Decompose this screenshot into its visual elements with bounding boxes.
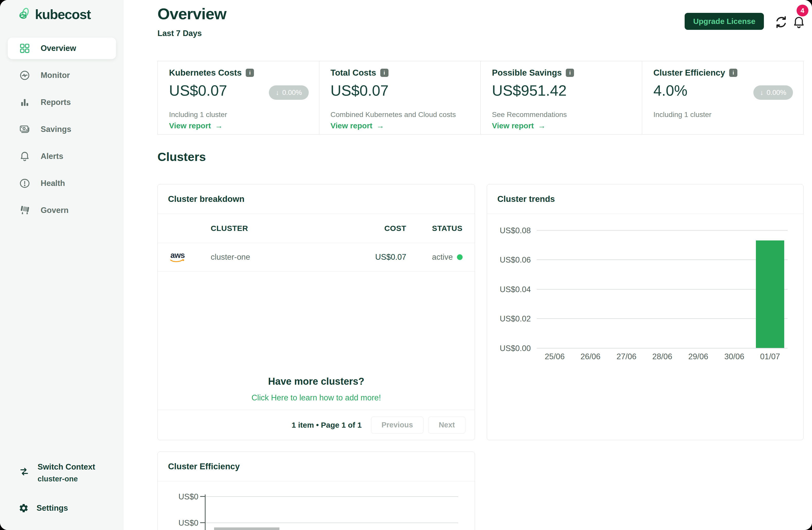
sidebar-item-monitor[interactable]: Monitor bbox=[8, 64, 116, 86]
refresh-icon[interactable] bbox=[774, 15, 788, 29]
arrow-down-icon: ↓ bbox=[276, 89, 279, 97]
add-clusters-link[interactable]: Click Here to learn how to add more! bbox=[251, 393, 381, 402]
sidebar-item-label: Overview bbox=[41, 44, 76, 53]
cluster-trends-panel: Cluster trends US$0.08 US$0.06 US$0.04 U… bbox=[487, 184, 803, 440]
arrow-right-icon: → bbox=[376, 121, 384, 130]
sidebar-item-overview[interactable]: Overview bbox=[8, 38, 116, 59]
main-content: Overview Last 7 Days Upgrade License 4 K… bbox=[124, 0, 812, 530]
sidebar-item-settings[interactable]: Settings bbox=[18, 503, 68, 513]
y-tick-label: US$0.08 bbox=[487, 226, 531, 235]
y-tick-label: US$0.04 bbox=[487, 285, 531, 294]
sidebar-item-alerts[interactable]: Alerts bbox=[8, 146, 116, 167]
view-report-link[interactable]: View report → bbox=[169, 121, 223, 130]
aws-provider-icon: aws bbox=[169, 251, 187, 263]
sidebar-item-health[interactable]: Health bbox=[8, 173, 116, 194]
card-value: US$0.07 bbox=[169, 82, 227, 99]
panel-title: Cluster breakdown bbox=[158, 185, 475, 214]
y-tick-label: US$0 bbox=[160, 518, 198, 528]
table-row[interactable]: aws cluster-one US$0.07 active bbox=[158, 243, 475, 271]
switch-context[interactable]: Switch Context cluster-one bbox=[18, 462, 95, 483]
kubecost-logo[interactable]: kubecost bbox=[18, 7, 90, 22]
previous-page-button[interactable]: Previous bbox=[371, 416, 424, 433]
arrow-down-icon: ↓ bbox=[760, 89, 764, 97]
card-subtext: Including 1 cluster bbox=[653, 111, 712, 119]
card-title: Kubernetes Costs bbox=[169, 68, 242, 78]
card-value: 4.0% bbox=[653, 82, 687, 99]
sidebar-item-reports[interactable]: Reports bbox=[8, 91, 116, 113]
bar-chart-icon bbox=[19, 97, 30, 108]
column-cost: COST bbox=[355, 224, 406, 233]
axis-tick bbox=[200, 496, 205, 497]
notification-count-badge: 4 bbox=[797, 5, 808, 16]
y-axis-line bbox=[205, 495, 206, 530]
stat-cards-row: Kubernetes Costs i US$0.07 ↓ 0.00% Inclu… bbox=[158, 61, 803, 134]
trend-badge: ↓ 0.00% bbox=[269, 85, 308, 100]
kubecost-logo-icon bbox=[18, 7, 30, 21]
sidebar-item-govern[interactable]: Govern bbox=[8, 200, 116, 221]
info-icon[interactable]: i bbox=[380, 69, 389, 77]
card-subtext: Combined Kubernetes and Cloud costs bbox=[331, 111, 456, 119]
status-active-dot bbox=[457, 254, 463, 260]
table-header: CLUSTER COST STATUS bbox=[158, 214, 475, 243]
sidebar-item-savings[interactable]: Savings bbox=[8, 119, 116, 140]
column-cluster: CLUSTER bbox=[211, 224, 355, 233]
view-report-link[interactable]: View report → bbox=[331, 121, 385, 130]
card-cluster-efficiency: Cluster Efficiency i 4.0% ↓ 0.00% Includ… bbox=[642, 61, 804, 134]
x-tick-label: 25/06 bbox=[537, 352, 573, 361]
pagination-bar: 1 item • Page 1 of 1 Previous Next bbox=[158, 410, 475, 440]
pagination-summary: 1 item • Page 1 of 1 bbox=[291, 421, 362, 429]
x-tick-label: 27/06 bbox=[608, 352, 644, 361]
gridline bbox=[206, 496, 458, 497]
card-value: US$0.07 bbox=[331, 82, 389, 99]
cluster-status: active bbox=[406, 252, 464, 262]
cluster-efficiency-panel: Cluster Efficiency US$0 US$0 bbox=[158, 452, 475, 530]
x-tick-label: 26/06 bbox=[572, 352, 608, 361]
gridline bbox=[537, 289, 787, 290]
axis-tick bbox=[200, 522, 205, 523]
health-icon bbox=[19, 178, 30, 189]
card-value: US$951.42 bbox=[492, 82, 567, 99]
view-report-link[interactable]: View report → bbox=[492, 121, 546, 130]
sidebar-item-label: Monitor bbox=[41, 71, 70, 80]
card-kubernetes-costs: Kubernetes Costs i US$0.07 ↓ 0.00% Inclu… bbox=[158, 61, 319, 134]
trend-bar bbox=[756, 240, 784, 348]
bell-icon bbox=[19, 151, 30, 162]
next-page-button[interactable]: Next bbox=[428, 416, 465, 433]
y-tick-label: US$0.00 bbox=[487, 344, 531, 353]
more-clusters-block: Have more clusters? Click Here to learn … bbox=[158, 271, 475, 410]
column-status: STATUS bbox=[406, 224, 464, 233]
switch-context-cluster: cluster-one bbox=[38, 475, 95, 483]
barrier-icon bbox=[19, 205, 30, 216]
swap-arrows-icon bbox=[18, 466, 30, 477]
card-subtext: Including 1 cluster bbox=[169, 111, 227, 119]
page-title: Overview bbox=[158, 5, 227, 23]
sidebar-item-label: Govern bbox=[41, 206, 69, 215]
trend-value: 0.00% bbox=[767, 89, 786, 97]
switch-context-title: Switch Context bbox=[38, 462, 95, 472]
upgrade-license-button[interactable]: Upgrade License bbox=[685, 13, 764, 30]
y-tick-label: US$0.06 bbox=[487, 255, 531, 265]
sidebar-item-label: Savings bbox=[41, 125, 71, 134]
card-title: Total Costs bbox=[331, 68, 376, 78]
info-icon[interactable]: i bbox=[566, 69, 574, 77]
x-tick-label: 29/06 bbox=[680, 352, 716, 361]
info-icon[interactable]: i bbox=[729, 69, 737, 77]
card-subtext: See Recommendations bbox=[492, 111, 567, 119]
sidebar-item-label: Reports bbox=[41, 98, 71, 107]
monitor-icon bbox=[19, 70, 30, 81]
card-total-costs: Total Costs i US$0.07 Combined Kubernete… bbox=[319, 61, 481, 134]
x-tick-label: 01/07 bbox=[752, 352, 788, 361]
info-icon[interactable]: i bbox=[246, 69, 254, 77]
panel-title: Cluster Efficiency bbox=[158, 452, 475, 481]
sidebar-item-label: Alerts bbox=[41, 152, 63, 161]
sidebar-nav: Overview Monitor Reports Savings bbox=[8, 38, 116, 226]
card-title: Possible Savings bbox=[492, 68, 562, 78]
cluster-breakdown-panel: Cluster breakdown CLUSTER COST STATUS aw… bbox=[158, 184, 475, 440]
more-clusters-title: Have more clusters? bbox=[268, 376, 364, 387]
date-range-label: Last 7 Days bbox=[158, 29, 202, 38]
notification-bell-icon[interactable] bbox=[792, 15, 806, 29]
gridline bbox=[537, 260, 787, 260]
gridline bbox=[537, 348, 787, 349]
sidebar-item-label: Health bbox=[41, 179, 65, 188]
clusters-section-heading: Clusters bbox=[158, 150, 206, 164]
